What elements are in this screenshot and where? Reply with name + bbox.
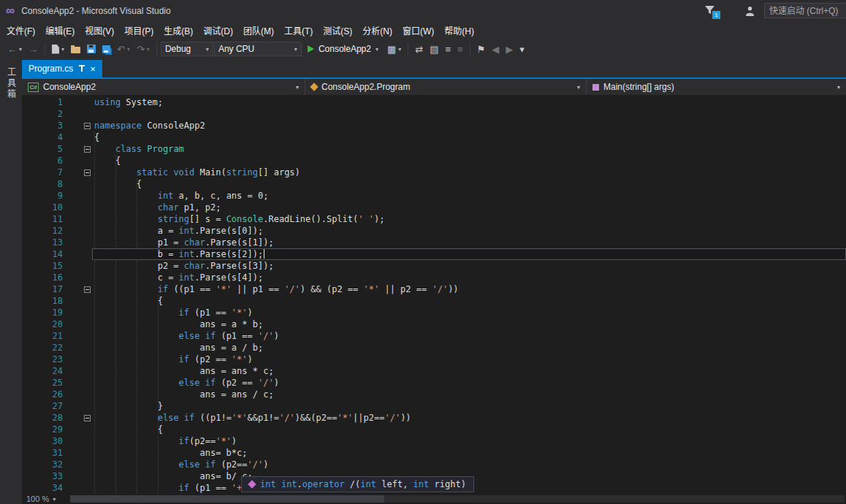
code-line[interactable]: 17 if ((p1 == '*' || p1 == '/') && (p2 =…	[22, 283, 846, 295]
code-line[interactable]: 30 if(p2=='*')	[22, 435, 846, 447]
line-number: 7	[22, 167, 63, 178]
scrollbar-thumb[interactable]	[70, 495, 384, 503]
solution-platform-dropdown[interactable]: Any CPU▾	[214, 42, 302, 56]
code-line[interactable]: 15 p2 = char.Parse(s[3]);	[22, 260, 846, 272]
code-line[interactable]: 14 b = int.Parse(s[2]);	[22, 248, 846, 260]
code-line[interactable]: 19 if (p1 == '*')	[22, 307, 846, 318]
menu-item-10[interactable]: 窗口(W)	[397, 23, 439, 38]
uncomment-selection-button[interactable]: ≡	[454, 43, 466, 56]
code-editor[interactable]: 1using System;23namespace ConsoleApp24{5…	[22, 95, 846, 494]
menu-item-3[interactable]: 项目(P)	[119, 23, 159, 38]
code-line[interactable]: 26 ans = ans / c;	[22, 389, 846, 400]
dropdown-caret-icon[interactable]: ▾	[294, 46, 297, 53]
menu-item-9[interactable]: 分析(N)	[357, 23, 397, 38]
fold-margin	[82, 155, 92, 167]
quick-launch-input[interactable]	[764, 3, 846, 18]
next-bookmark-button[interactable]: ▶	[503, 43, 516, 56]
code-line[interactable]: 27 }	[22, 400, 846, 412]
menu-item-6[interactable]: 团队(M)	[238, 23, 279, 38]
code-area[interactable]: 1using System;23namespace ConsoleApp24{5…	[22, 95, 846, 494]
fold-collapse-icon[interactable]	[84, 169, 91, 176]
properties-window-button[interactable]: ▤	[427, 43, 441, 56]
comment-selection-button[interactable]: ≡	[442, 43, 454, 56]
code-line[interactable]: 12 a = int.Parse(s[0]);	[22, 225, 846, 237]
code-line[interactable]: 4{	[22, 131, 846, 143]
sync-active-document-button[interactable]: ⇄	[412, 43, 426, 56]
menu-item-11[interactable]: 帮助(H)	[439, 23, 479, 38]
line-number: 3	[22, 120, 63, 131]
horizontal-scrollbar[interactable]	[70, 495, 845, 503]
code-line[interactable]: 1using System;	[22, 96, 846, 108]
code-line[interactable]: 20 ans = a * b;	[22, 318, 846, 330]
fold-margin	[82, 435, 92, 447]
code-line[interactable]: 7 static void Main(string[] args)	[22, 167, 846, 178]
start-debugging-button[interactable]: ConsoleApp2▾	[302, 44, 384, 54]
code-line[interactable]: 2	[22, 108, 846, 120]
save-button[interactable]	[84, 43, 99, 55]
navigate-back-button[interactable]: ←▾	[4, 43, 25, 56]
code-line[interactable]: 11 string[] s = Console.ReadLine().Split…	[22, 213, 846, 225]
fold-collapse-icon[interactable]	[84, 415, 91, 421]
code-line[interactable]: 3namespace ConsoleApp2	[22, 120, 846, 131]
navigate-forward-button[interactable]: →	[26, 43, 41, 56]
member-dropdown[interactable]: Main(string[] args) ▾	[587, 79, 846, 95]
chevron-down-icon: ▾	[296, 84, 299, 91]
dropdown-caret-icon[interactable]: ▾	[206, 46, 209, 53]
code-line[interactable]: 5 class Program	[22, 143, 846, 155]
tab-program-cs[interactable]: Program.cs ×	[22, 60, 102, 77]
zoom-control[interactable]: 100 % ▾	[22, 495, 70, 503]
toggle-bookmark-icon: ⚑	[477, 45, 486, 54]
code-text: else if (p1 == '/')	[92, 330, 846, 342]
menu-item-2[interactable]: 视图(V)	[80, 23, 119, 38]
project-dropdown[interactable]: C# ConsoleApp2 ▾	[22, 79, 305, 95]
menu-item-4[interactable]: 生成(B)	[159, 23, 198, 38]
tool-window-tab-toolbox[interactable]: 工具箱	[5, 67, 18, 100]
fold-collapse-icon[interactable]	[84, 123, 91, 129]
toggle-bookmark-button[interactable]: ⚑	[474, 43, 489, 56]
pin-icon[interactable]	[78, 65, 85, 72]
code-line[interactable]: 13 p1 = char.Parse(s[1]);	[22, 237, 846, 248]
line-number: 33	[22, 470, 63, 482]
menu-item-5[interactable]: 调试(D)	[198, 23, 238, 38]
code-line[interactable]: 8 {	[22, 178, 846, 190]
menu-item-0[interactable]: 文件(F)	[1, 23, 40, 38]
code-line[interactable]: 24 ans = ans * c;	[22, 365, 846, 377]
code-line[interactable]: 6 {	[22, 155, 846, 167]
code-line[interactable]: 10 char p1, p2;	[22, 202, 846, 213]
code-line[interactable]: 18 {	[22, 295, 846, 307]
solution-configuration-dropdown[interactable]: Debug▾	[161, 42, 213, 56]
quick-actions-button[interactable]: ▦▾	[384, 43, 404, 56]
menu-item-8[interactable]: 测试(S)	[318, 23, 357, 38]
code-line[interactable]: 32 else if (p2=='/')	[22, 459, 846, 470]
code-line[interactable]: 25 else if (p2 == '/')	[22, 377, 846, 389]
code-line[interactable]: 21 else if (p1 == '/')	[22, 330, 846, 342]
fold-margin	[82, 365, 92, 377]
fold-collapse-icon[interactable]	[84, 286, 91, 293]
undo-button[interactable]: ↶▾	[114, 43, 133, 56]
menu-item-1[interactable]: 编辑(E)	[40, 23, 80, 38]
code-line[interactable]: 9 int a, b, c, ans = 0;	[22, 190, 846, 202]
start-icon	[308, 45, 314, 53]
code-line[interactable]: 28 else if ((p1!='*'&&p1!='/')&&(p2=='*'…	[22, 412, 846, 424]
code-line[interactable]: 23 if (p2 == '*')	[22, 354, 846, 365]
code-line[interactable]: 31 ans= b*c;	[22, 447, 846, 459]
code-text: if (p1 == '*')	[92, 307, 846, 318]
previous-bookmark-button[interactable]: ◀	[489, 43, 502, 56]
redo-button[interactable]: ↷▾	[134, 43, 153, 56]
open-file-button[interactable]	[68, 43, 83, 55]
type-dropdown[interactable]: ConsoleApp2.Program ▾	[305, 79, 587, 95]
close-icon[interactable]: ×	[90, 64, 96, 74]
operator-icon	[248, 480, 256, 488]
toolbar-overflow-button[interactable]: ▾	[517, 43, 527, 56]
code-text: {	[92, 178, 846, 190]
fold-margin	[82, 283, 92, 295]
code-line[interactable]: 22 ans = a / b;	[22, 342, 846, 354]
save-all-button[interactable]	[99, 44, 113, 55]
code-line[interactable]: 16 c = int.Parse(s[4]);	[22, 272, 846, 283]
fold-collapse-icon[interactable]	[84, 146, 91, 153]
feedback-button[interactable]	[744, 6, 755, 19]
notifications-button[interactable]: 1	[704, 5, 716, 17]
new-file-button[interactable]: ▾	[49, 43, 67, 56]
menu-item-7[interactable]: 工具(T)	[279, 23, 318, 38]
code-line[interactable]: 29 {	[22, 424, 846, 435]
